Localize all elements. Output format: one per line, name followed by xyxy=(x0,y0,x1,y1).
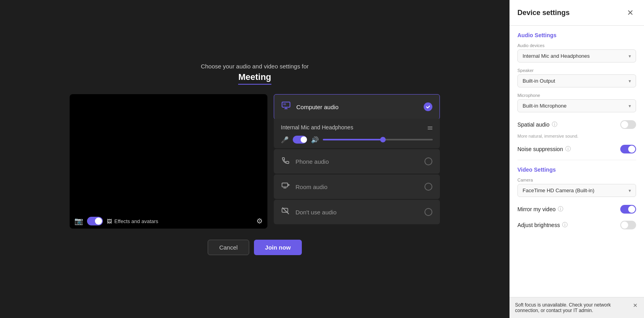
join-button[interactable]: Join now xyxy=(254,240,302,255)
room-radio xyxy=(424,183,432,191)
speaker-label: Speaker xyxy=(517,68,636,73)
speaker-chevron-icon: ▾ xyxy=(629,78,631,84)
volume-icon: 🔊 xyxy=(311,136,319,144)
effects-icon: 🖼 xyxy=(107,218,112,224)
no-audio-label: Don't use audio xyxy=(295,209,419,216)
mic-volume-row: 🎤 🔊 xyxy=(281,136,433,144)
spatial-audio-toggle[interactable] xyxy=(620,120,636,129)
mirror-video-label: Mirror my video xyxy=(517,206,555,212)
microphone-dropdown[interactable]: Built-in Microphone ▾ xyxy=(517,99,636,112)
gear-icon: ⚙ xyxy=(256,217,263,225)
camera-label: Camera xyxy=(517,178,636,182)
audio-option-phone[interactable]: Phone audio xyxy=(274,149,440,174)
cancel-button[interactable]: Cancel xyxy=(208,240,249,255)
meeting-name: Meeting xyxy=(238,72,271,85)
mirror-video-row: Mirror my video ⓘ xyxy=(517,203,636,216)
video-preview: 📷 🖼 Effects and avatars ⚙ xyxy=(70,94,267,229)
device-name: Internal Mic and Headphones xyxy=(281,124,353,131)
audio-settings-sliders-icon[interactable]: ⚌ xyxy=(427,123,433,131)
audio-option-none[interactable]: Don't use audio xyxy=(274,200,440,224)
speaker-dropdown[interactable]: Built-in Output ▾ xyxy=(517,74,636,87)
settings-divider xyxy=(517,160,636,160)
panel-title: Device settings xyxy=(517,9,570,17)
close-panel-button[interactable]: ✕ xyxy=(625,7,636,18)
close-tooltip-button[interactable]: ✕ xyxy=(633,302,638,309)
effects-label: Effects and avatars xyxy=(114,218,158,224)
meeting-header: Choose your audio and video settings for… xyxy=(201,63,309,85)
microphone-value: Built-in Microphone xyxy=(523,103,566,109)
svg-rect-1 xyxy=(283,103,286,105)
audio-option-computer[interactable]: Computer audio xyxy=(274,94,440,119)
spatial-audio-row: Spatial audio ⓘ xyxy=(517,118,636,131)
video-settings-section-title: Video Settings xyxy=(517,167,636,173)
mirror-video-toggle[interactable] xyxy=(620,205,636,214)
video-controls: 📷 🖼 Effects and avatars ⚙ xyxy=(70,214,267,229)
spatial-audio-label-group: Spatial audio ⓘ xyxy=(517,121,557,128)
gear-button[interactable]: ⚙ xyxy=(256,217,263,225)
mirror-video-label-group: Mirror my video ⓘ xyxy=(517,206,563,213)
camera-dropdown[interactable]: FaceTime HD Camera (Built-in) ▾ xyxy=(517,184,636,197)
panel-body: Audio Settings Audio devices Internal Mi… xyxy=(510,26,644,318)
audio-devices-label: Audio devices xyxy=(517,43,636,48)
noise-suppression-label-group: Noise suppression ⓘ xyxy=(517,146,571,153)
close-tooltip-icon: ✕ xyxy=(633,302,638,309)
bottom-buttons: Cancel Join now xyxy=(208,240,302,255)
audio-settings-section-title: Audio Settings xyxy=(517,32,636,38)
noise-suppression-row: Noise suppression ⓘ xyxy=(517,142,636,156)
device-settings-panel: Device settings ✕ Audio Settings Audio d… xyxy=(510,0,644,318)
computer-audio-label: Computer audio xyxy=(296,104,418,110)
audio-panel: Computer audio Internal Mic and Headphon… xyxy=(274,94,440,224)
camera-chevron-icon: ▾ xyxy=(629,188,631,193)
spatial-audio-info-icon[interactable]: ⓘ xyxy=(552,121,557,128)
video-toggle[interactable] xyxy=(87,217,103,225)
audio-devices-value: Internal Mic and Headphones xyxy=(523,53,590,59)
phone-audio-icon xyxy=(281,156,290,167)
volume-slider[interactable] xyxy=(323,139,433,140)
noise-suppression-label: Noise suppression xyxy=(517,146,563,152)
speaker-value: Built-in Output xyxy=(523,78,555,84)
room-audio-icon xyxy=(281,181,290,192)
device-row: Internal Mic and Headphones ⚌ xyxy=(281,123,433,131)
spatial-audio-label: Spatial audio xyxy=(517,121,549,128)
adjust-brightness-label-group: Adjust brightness ⓘ xyxy=(517,221,568,229)
soft-focus-text: Soft focus is unavailable. Check your ne… xyxy=(515,302,630,313)
svg-rect-2 xyxy=(282,183,288,187)
audio-devices-chevron-icon: ▾ xyxy=(629,53,631,59)
mirror-video-info-icon[interactable]: ⓘ xyxy=(558,206,563,213)
camera-value: FaceTime HD Camera (Built-in) xyxy=(523,187,595,193)
audio-devices-dropdown[interactable]: Internal Mic and Headphones ▾ xyxy=(517,49,636,62)
mic-toggle[interactable] xyxy=(293,136,307,144)
microphone-label: Microphone xyxy=(517,93,636,98)
phone-radio xyxy=(424,157,432,165)
camera-icon: 📷 xyxy=(74,217,83,225)
no-audio-radio xyxy=(424,208,432,216)
close-icon: ✕ xyxy=(627,8,634,17)
adjust-brightness-info-icon[interactable]: ⓘ xyxy=(562,221,568,229)
no-audio-icon xyxy=(281,206,290,218)
checkmark-circle xyxy=(424,102,432,111)
effects-button[interactable]: 🖼 Effects and avatars xyxy=(107,218,158,224)
microphone-icon: 🎤 xyxy=(281,136,289,144)
noise-suppression-info-icon[interactable]: ⓘ xyxy=(565,146,571,153)
microphone-chevron-icon: ▾ xyxy=(629,103,631,109)
main-area: Choose your audio and video settings for… xyxy=(0,0,510,318)
spatial-audio-sub-text: More natural, immersive sound. xyxy=(517,134,636,138)
computer-audio-icon xyxy=(281,101,291,113)
panel-header: Device settings ✕ xyxy=(510,0,644,26)
computer-audio-sub: Internal Mic and Headphones ⚌ 🎤 🔊 xyxy=(274,119,440,148)
noise-suppression-toggle[interactable] xyxy=(620,145,636,153)
adjust-brightness-label: Adjust brightness xyxy=(517,222,560,228)
content-row: 📷 🖼 Effects and avatars ⚙ xyxy=(70,94,440,229)
choose-text: Choose your audio and video settings for xyxy=(201,63,309,70)
phone-audio-label: Phone audio xyxy=(295,158,419,165)
adjust-brightness-row: Adjust brightness ⓘ xyxy=(517,218,636,232)
soft-focus-tooltip: Soft focus is unavailable. Check your ne… xyxy=(510,297,644,318)
adjust-brightness-toggle[interactable] xyxy=(620,221,636,229)
audio-option-room[interactable]: Room audio xyxy=(274,174,440,199)
room-audio-label: Room audio xyxy=(295,184,419,190)
